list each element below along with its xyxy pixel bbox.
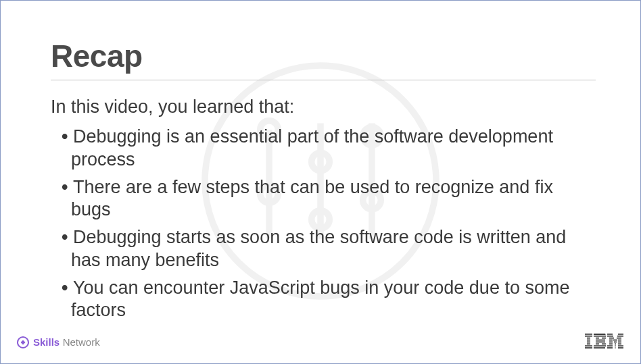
svg-rect-17 [585, 347, 592, 348]
svg-rect-21 [602, 338, 606, 339]
list-item: Debugging is an essential part of the so… [51, 126, 596, 172]
list-item: You can encounter JavaScript bugs in you… [51, 277, 596, 323]
svg-rect-37 [609, 342, 613, 343]
svg-rect-47 [615, 347, 616, 348]
svg-rect-41 [615, 344, 616, 345]
slide-content: Recap In this video, you learned that: D… [1, 1, 640, 322]
svg-rect-44 [615, 345, 615, 346]
slide-title: Recap [51, 38, 596, 80]
svg-rect-34 [609, 340, 613, 341]
svg-rect-39 [618, 342, 621, 343]
svg-rect-29 [618, 334, 623, 335]
svg-rect-27 [594, 347, 605, 348]
svg-rect-33 [617, 338, 621, 339]
svg-rect-15 [587, 344, 590, 345]
svg-rect-23 [596, 342, 605, 343]
list-item: Debugging starts as soon as the software… [51, 226, 596, 272]
svg-rect-24 [596, 344, 599, 345]
svg-rect-45 [618, 345, 623, 346]
svg-rect-25 [602, 344, 606, 345]
svg-rect-38 [614, 342, 617, 343]
svg-rect-43 [607, 345, 613, 346]
svg-rect-35 [613, 340, 617, 341]
svg-rect-16 [585, 345, 592, 346]
ibm-logo [585, 334, 624, 351]
svg-rect-48 [618, 347, 623, 348]
svg-rect-40 [609, 344, 613, 345]
skills-network-brand: Skills Network [17, 336, 100, 348]
svg-rect-10 [585, 334, 592, 335]
svg-rect-18 [594, 334, 605, 335]
brand-primary: Skills [33, 336, 60, 348]
svg-rect-11 [585, 336, 592, 337]
svg-rect-30 [607, 336, 613, 337]
svg-rect-20 [596, 338, 599, 339]
svg-rect-42 [618, 344, 621, 345]
svg-rect-36 [618, 340, 621, 341]
brand-secondary: Network [63, 336, 100, 348]
bullet-list: Debugging is an essential part of the so… [51, 126, 596, 322]
svg-rect-14 [587, 342, 590, 343]
svg-rect-22 [596, 340, 605, 341]
svg-rect-28 [607, 334, 613, 335]
svg-rect-13 [587, 340, 590, 341]
svg-rect-19 [594, 336, 606, 337]
svg-rect-26 [594, 345, 606, 346]
svg-rect-32 [609, 338, 614, 339]
slide-intro: In this video, you learned that: [51, 95, 596, 119]
svg-rect-46 [607, 347, 613, 348]
list-item: There are a few steps that can be used t… [51, 176, 596, 222]
svg-rect-12 [587, 338, 590, 339]
svg-rect-31 [617, 336, 623, 337]
footer: Skills Network [1, 334, 640, 351]
skills-network-icon [17, 336, 29, 348]
